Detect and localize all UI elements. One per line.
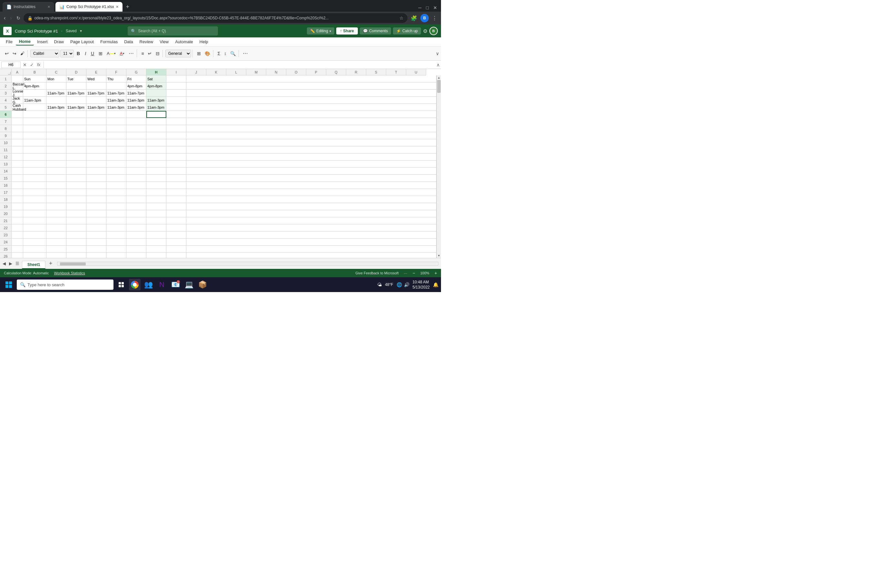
undo-button[interactable]: ↩ bbox=[3, 50, 10, 57]
cell-e5[interactable]: 11am-3pm bbox=[86, 104, 106, 111]
cell-i1[interactable] bbox=[166, 75, 186, 82]
name-box[interactable] bbox=[1, 62, 21, 68]
col-header-k[interactable]: K bbox=[206, 69, 226, 75]
sheet-tab-active[interactable]: Sheet1 bbox=[22, 261, 45, 269]
status-right-feedback[interactable]: Give Feedback to Microsoft bbox=[356, 271, 399, 275]
cell-b6[interactable] bbox=[23, 111, 46, 118]
vertical-scrollbar[interactable]: ▲ ▼ bbox=[436, 75, 441, 258]
task-view-button[interactable] bbox=[116, 279, 127, 291]
row-num-9[interactable]: 9 bbox=[0, 132, 12, 139]
catchup-button[interactable]: ⚡ Catch up bbox=[393, 27, 421, 34]
border-button[interactable]: ⊞ bbox=[97, 50, 104, 57]
col-header-s[interactable]: S bbox=[366, 69, 386, 75]
browser-menu-button[interactable]: ⋮ bbox=[430, 14, 438, 22]
settings-icon-button[interactable]: ⚙ bbox=[423, 28, 428, 34]
cell-rest4[interactable] bbox=[186, 97, 436, 104]
excel-search[interactable]: 🔍 Search (Alt + Q) bbox=[128, 26, 218, 36]
cell-f6[interactable] bbox=[106, 111, 126, 118]
cell-h3[interactable] bbox=[146, 90, 166, 97]
notifications-icon[interactable]: 🔔 bbox=[433, 282, 438, 287]
format-painter-button[interactable]: 🖌 bbox=[19, 50, 26, 57]
format-as-table-button[interactable]: ⊞ bbox=[195, 50, 202, 57]
font-select[interactable]: Calibri bbox=[30, 50, 59, 57]
horizontal-scrollbar[interactable] bbox=[57, 262, 438, 266]
wrap-button[interactable]: ↵ bbox=[146, 50, 153, 57]
cell-i2[interactable] bbox=[166, 82, 186, 90]
formula-expand-icon[interactable]: ∧ bbox=[436, 62, 440, 68]
cell-c2[interactable] bbox=[46, 82, 66, 90]
col-header-c[interactable]: C bbox=[46, 69, 66, 75]
cell-b4[interactable]: 11am-3pm bbox=[23, 97, 46, 104]
cell-g5[interactable]: 11am-3pm bbox=[126, 104, 146, 111]
cell-i4[interactable] bbox=[166, 97, 186, 104]
reload-button[interactable]: ↻ bbox=[15, 14, 22, 22]
row-num-17[interactable]: 17 bbox=[0, 189, 12, 196]
align-button[interactable]: ≡ bbox=[140, 50, 146, 57]
cell-a4[interactable]: Jack G. bbox=[12, 97, 23, 104]
row-num-3[interactable]: 3 bbox=[0, 90, 12, 97]
minimize-window-icon[interactable]: ─ bbox=[417, 5, 423, 10]
cell-b1[interactable]: Sun bbox=[23, 75, 46, 82]
menu-draw[interactable]: Draw bbox=[51, 38, 67, 45]
bold-button[interactable]: B bbox=[75, 50, 82, 57]
row-num-20[interactable]: 20 bbox=[0, 210, 12, 217]
cell-f3[interactable]: 11am-7pm bbox=[106, 90, 126, 97]
fill-color-button[interactable]: A ▾ bbox=[105, 50, 117, 57]
cell-rest2[interactable] bbox=[186, 82, 436, 90]
zoom-minus-button[interactable]: − bbox=[412, 270, 415, 276]
menu-review[interactable]: Review bbox=[136, 38, 157, 45]
menu-view[interactable]: View bbox=[156, 38, 172, 45]
col-header-e[interactable]: E bbox=[86, 69, 106, 75]
row-num-4[interactable]: 4 bbox=[0, 97, 12, 104]
col-header-l[interactable]: L bbox=[226, 69, 246, 75]
col-header-n[interactable]: N bbox=[266, 69, 286, 75]
col-header-o[interactable]: O bbox=[286, 69, 306, 75]
col-header-i[interactable]: I bbox=[166, 69, 186, 75]
row-num-6[interactable]: 6 bbox=[0, 111, 12, 118]
col-header-t[interactable]: T bbox=[386, 69, 406, 75]
cell-a1[interactable] bbox=[12, 75, 23, 82]
profile-button[interactable]: B bbox=[420, 14, 429, 22]
workbook-stats[interactable]: Workbook Statistics bbox=[54, 271, 85, 275]
taskbar-app-dev[interactable]: 💻 bbox=[183, 279, 195, 291]
taskbar-clock[interactable]: 10:48 AM 5/13/2022 bbox=[412, 280, 430, 290]
row-num-18[interactable]: 18 bbox=[0, 196, 12, 203]
cell-i3[interactable] bbox=[166, 90, 186, 97]
sheet-next-button[interactable]: ▶ bbox=[8, 261, 14, 267]
cell-d3[interactable]: 11am-7pm bbox=[66, 90, 86, 97]
tab-inactive[interactable]: 📄 Instructables ✕ bbox=[3, 2, 54, 12]
cell-g2[interactable]: 4pm-8pm bbox=[126, 82, 146, 90]
row-num-24[interactable]: 24 bbox=[0, 238, 12, 246]
row-num-2[interactable]: 2 bbox=[0, 82, 12, 90]
scroll-down-icon[interactable]: ▼ bbox=[437, 254, 441, 258]
more-ribbon-button[interactable]: ⋯ bbox=[240, 50, 250, 57]
row-num-14[interactable]: 14 bbox=[0, 168, 12, 175]
italic-button[interactable]: I bbox=[83, 50, 88, 57]
row-num-21[interactable]: 21 bbox=[0, 217, 12, 224]
dropdown-icon[interactable]: ▾ bbox=[80, 29, 82, 33]
row-num-10[interactable]: 10 bbox=[0, 139, 12, 146]
scrollbar-track[interactable] bbox=[437, 80, 441, 254]
menu-automate[interactable]: Automate bbox=[172, 38, 196, 45]
row-num-16[interactable]: 16 bbox=[0, 182, 12, 189]
menu-help[interactable]: Help bbox=[196, 38, 212, 45]
zoom-plus-button[interactable]: + bbox=[435, 270, 437, 276]
col-header-d[interactable]: D bbox=[66, 69, 86, 75]
col-header-h[interactable]: H bbox=[146, 69, 166, 75]
taskbar-app-teams[interactable]: 👥 bbox=[142, 279, 154, 291]
row-num-7[interactable]: 7 bbox=[0, 118, 12, 125]
cell-b5[interactable] bbox=[23, 104, 46, 111]
cell-c3[interactable]: 11am-7pm bbox=[46, 90, 66, 97]
cell-d4[interactable] bbox=[66, 97, 86, 104]
cell-b3[interactable] bbox=[23, 90, 46, 97]
cell-a2[interactable]: Baccari L. bbox=[12, 82, 23, 90]
cell-b2[interactable]: 4pm-8pm bbox=[23, 82, 46, 90]
sort-filter-button[interactable]: ↕ bbox=[222, 50, 228, 57]
user-avatar[interactable]: B bbox=[429, 27, 438, 35]
back-button[interactable]: ‹ bbox=[3, 14, 7, 22]
start-button[interactable] bbox=[3, 279, 15, 291]
cell-rest[interactable] bbox=[186, 75, 436, 82]
cell-rest3[interactable] bbox=[186, 90, 436, 97]
cell-f1[interactable]: Thu bbox=[106, 75, 126, 82]
cell-e1[interactable]: Wed bbox=[86, 75, 106, 82]
